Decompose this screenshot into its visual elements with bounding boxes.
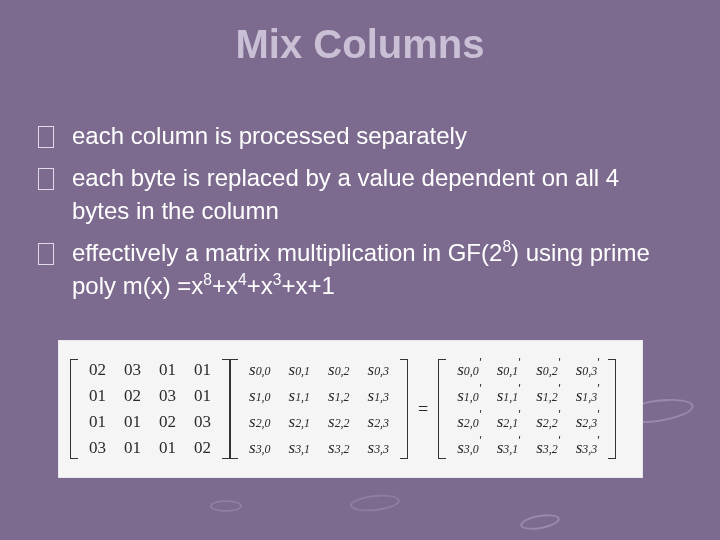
bullet-item: each column is processed separately (38, 120, 682, 152)
bullet-marker (38, 243, 54, 265)
slide: Mix Columns each column is processed sep… (0, 0, 720, 540)
bullet-text: each byte is replaced by a value depende… (72, 164, 619, 223)
bullet-marker (38, 126, 54, 148)
state-matrix: s0,0s0,1s0,2s0,3s1,0s1,1s1,2s1,3s2,0s2,1… (230, 357, 408, 461)
bullet-item: effectively a matrix multiplication in G… (38, 237, 682, 302)
slide-title: Mix Columns (0, 22, 720, 67)
bullet-marker (38, 168, 54, 190)
decor-ellipse (210, 500, 242, 512)
equals-sign: = (408, 399, 438, 420)
bullet-text: effectively a matrix multiplication in G… (72, 239, 650, 298)
bullet-text: each column is processed separately (72, 122, 467, 149)
decor-ellipse (519, 512, 561, 533)
state-matrix-table: s0,0s0,1s0,2s0,3s1,0s1,1s1,2s1,3s2,0s2,1… (240, 357, 398, 461)
const-matrix-table: 02030101010203010101020303010102 (80, 357, 220, 461)
decor-ellipse (349, 492, 400, 513)
const-matrix: 02030101010203010101020303010102 (70, 357, 230, 461)
result-matrix-table: s0,0ʹs0,1ʹs0,2ʹs0,3ʹs1,0ʹs1,1ʹs1,2ʹs1,3ʹ… (448, 357, 606, 461)
bullet-list: each column is processed separatelyeach … (38, 120, 682, 312)
equation-image: 02030101010203010101020303010102 s0,0s0,… (58, 340, 643, 478)
bullet-item: each byte is replaced by a value depende… (38, 162, 682, 227)
result-matrix: s0,0ʹs0,1ʹs0,2ʹs0,3ʹs1,0ʹs1,1ʹs1,2ʹs1,3ʹ… (438, 357, 616, 461)
